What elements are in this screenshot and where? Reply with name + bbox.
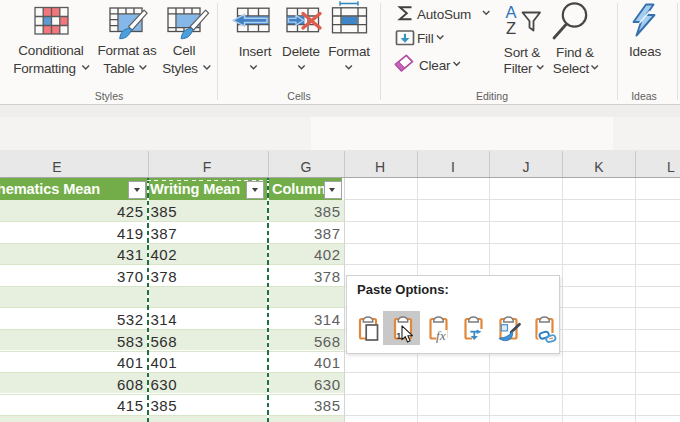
- svg-text:fx: fx: [436, 328, 446, 343]
- svg-text:Z: Z: [506, 19, 516, 37]
